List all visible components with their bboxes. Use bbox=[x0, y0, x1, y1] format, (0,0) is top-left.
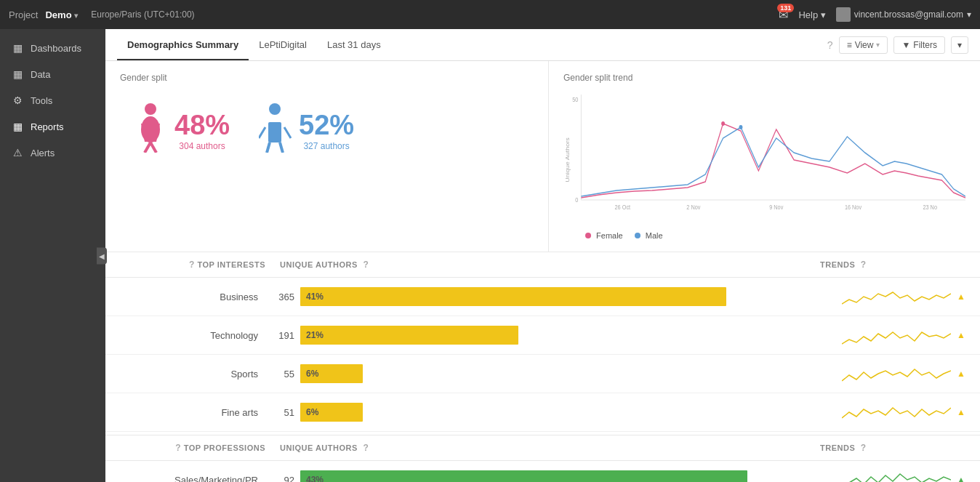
view-arrow-icon: ▾ bbox=[876, 41, 880, 49]
user-arrow-icon: ▾ bbox=[967, 9, 971, 20]
content-area: Demographics Summary LePtiDigital Last 3… bbox=[105, 29, 980, 482]
interest-name-sports: Sports bbox=[120, 369, 265, 379]
svg-text:Unique Authors: Unique Authors bbox=[565, 137, 571, 182]
male-authors: 327 authors bbox=[299, 141, 354, 151]
topnav-right: ✉ 131 Help ▾ vincent.brossas@gmail.com ▾ bbox=[779, 7, 971, 22]
female-stat-text: 48% 304 authors bbox=[174, 110, 230, 151]
trend-cell-sports: ▲ bbox=[820, 361, 965, 387]
svg-line-2 bbox=[145, 142, 150, 153]
trend-up-icon-sales: ▲ bbox=[957, 475, 965, 482]
svg-text:26 Oct: 26 Oct bbox=[615, 204, 631, 211]
alerts-icon: ⚠ bbox=[12, 147, 23, 158]
help-arrow-icon: ▾ bbox=[821, 9, 826, 20]
prof-trends-col-header: TRENDS ? bbox=[820, 443, 965, 453]
mail-badge: 131 bbox=[777, 4, 794, 12]
sidebar-label-tools: Tools bbox=[31, 95, 52, 106]
sidebar-item-alerts[interactable]: ⚠ Alerts bbox=[0, 140, 105, 166]
prof-authors-col-header: UNIQUE AUTHORS ? bbox=[265, 443, 820, 453]
question-prof-trends-icon[interactable]: ? bbox=[861, 443, 867, 453]
svg-text:50: 50 bbox=[572, 96, 579, 103]
female-stat: 48% 304 authors bbox=[134, 102, 230, 158]
female-authors: 304 authors bbox=[174, 141, 230, 151]
tab-lastdays[interactable]: Last 31 days bbox=[317, 31, 391, 60]
svg-line-7 bbox=[267, 142, 270, 153]
project-label: Project bbox=[9, 9, 38, 20]
trend-sparkline-finearts bbox=[842, 399, 951, 425]
main-layout: ▦ Dashboards ▦ Data ⚙ Tools ▦ Reports ⚠ … bbox=[0, 29, 980, 482]
user-menu[interactable]: vincent.brossas@gmail.com ▾ bbox=[836, 7, 971, 22]
mail-button[interactable]: ✉ 131 bbox=[779, 8, 788, 22]
tab-demographics[interactable]: Demographics Summary bbox=[117, 31, 249, 60]
trend-cell-sales: ▲ bbox=[820, 467, 965, 482]
question-interests-icon[interactable]: ? bbox=[189, 260, 195, 270]
professions-section: ? TOP PROFESSIONS UNIQUE AUTHORS ? TREND… bbox=[105, 432, 980, 482]
gender-trend-panel: Gender split trend Unique Authors 50 0 2… bbox=[549, 61, 980, 252]
interest-count-sports: 55 bbox=[273, 369, 294, 379]
question-prof-authors-icon[interactable]: ? bbox=[363, 443, 369, 453]
interests-section: ? TOP INTERESTS UNIQUE AUTHORS ? TRENDS … bbox=[105, 252, 980, 432]
gender-trend-label: Gender split trend bbox=[563, 73, 965, 83]
trend-sparkline-business bbox=[842, 284, 951, 310]
prof-count-sales: 92 bbox=[273, 475, 294, 483]
sidebar-item-reports[interactable]: ▦ Reports bbox=[0, 113, 105, 140]
trend-sparkline-technology bbox=[842, 322, 951, 348]
sidebar-item-dashboards[interactable]: ▦ Dashboards bbox=[0, 35, 105, 61]
question-authors-icon[interactable]: ? bbox=[363, 260, 369, 270]
prof-name-sales: Sales/Marketing/PR bbox=[120, 475, 265, 483]
sidebar-label-alerts: Alerts bbox=[31, 148, 55, 158]
demo-selector[interactable]: Demo ▾ bbox=[45, 9, 78, 20]
bar-finearts: 6% bbox=[300, 403, 363, 422]
bar-business: 41% bbox=[300, 287, 726, 306]
sidebar-item-tools[interactable]: ⚙ Tools bbox=[0, 87, 105, 113]
svg-point-0 bbox=[145, 103, 156, 115]
professions-col-header: ? TOP PROFESSIONS bbox=[120, 443, 265, 453]
sidebar-label-dashboards: Dashboards bbox=[31, 43, 81, 54]
chart-legend: Female Male bbox=[563, 231, 965, 240]
gender-split-panel: Gender split bbox=[105, 61, 549, 252]
professions-header-row: ? TOP PROFESSIONS UNIQUE AUTHORS ? TREND… bbox=[105, 435, 980, 461]
interests-header-row: ? TOP INTERESTS UNIQUE AUTHORS ? TRENDS … bbox=[105, 252, 980, 278]
svg-line-10 bbox=[284, 127, 291, 138]
gender-split-label: Gender split bbox=[120, 73, 534, 83]
view-button[interactable]: ≡ View ▾ bbox=[839, 36, 888, 54]
legend-male: Male bbox=[635, 231, 663, 240]
svg-point-21 bbox=[721, 121, 725, 126]
interest-name-business: Business bbox=[120, 292, 265, 302]
svg-text:0: 0 bbox=[575, 196, 578, 204]
sidebar-item-data[interactable]: ▦ Data bbox=[0, 61, 105, 87]
tools-icon: ⚙ bbox=[12, 95, 23, 106]
svg-rect-6 bbox=[268, 122, 281, 142]
interest-bar-technology: 191 21% bbox=[265, 326, 820, 345]
bar-sports: 6% bbox=[300, 364, 363, 383]
trend-cell-technology: ▲ bbox=[820, 322, 965, 348]
authors-col-header: UNIQUE AUTHORS ? bbox=[265, 260, 820, 270]
bar-technology: 21% bbox=[300, 326, 518, 345]
svg-line-8 bbox=[280, 142, 283, 153]
gender-stats: 48% 304 authors bbox=[120, 95, 534, 166]
male-figure-icon bbox=[259, 102, 292, 158]
trend-up-icon-technology: ▲ bbox=[957, 330, 965, 340]
filters-button[interactable]: ▼ Filters bbox=[893, 36, 945, 54]
sidebar-collapse-button[interactable]: ◀ bbox=[97, 247, 107, 264]
interest-row-sports: Sports 55 6% ▲ bbox=[105, 355, 980, 393]
tab-lepti[interactable]: LePtiDigital bbox=[249, 31, 317, 60]
interest-bar-sports: 55 6% bbox=[265, 364, 820, 383]
gender-trend-chart: Unique Authors 50 0 26 Oct 2 Nov 9 Nov 1… bbox=[563, 95, 965, 225]
male-stat: 52% 327 authors bbox=[259, 102, 354, 158]
view-icon: ≡ bbox=[847, 40, 852, 50]
user-avatar bbox=[836, 7, 851, 22]
question-professions-icon[interactable]: ? bbox=[175, 443, 181, 453]
question-trends-icon[interactable]: ? bbox=[861, 260, 867, 270]
tab-help-icon[interactable]: ? bbox=[827, 39, 833, 51]
filter-icon: ▼ bbox=[901, 40, 910, 50]
svg-text:2 Nov: 2 Nov bbox=[686, 204, 701, 211]
tabs-actions: ? ≡ View ▾ ▼ Filters ▾ bbox=[827, 36, 968, 54]
male-stat-text: 52% 327 authors bbox=[299, 110, 354, 151]
trend-cell-finearts: ▲ bbox=[820, 399, 965, 425]
female-percentage: 48% bbox=[174, 110, 230, 141]
bar-sales: 43% bbox=[300, 470, 747, 482]
expand-button[interactable]: ▾ bbox=[951, 36, 968, 54]
help-button[interactable]: Help ▾ bbox=[798, 9, 825, 20]
interest-count-technology: 191 bbox=[273, 330, 294, 341]
svg-line-9 bbox=[259, 127, 265, 138]
